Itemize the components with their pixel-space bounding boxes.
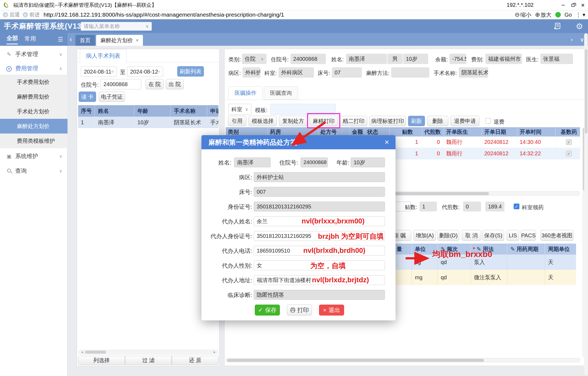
sidebar-item-fee-template[interactable]: 费用类模板维护 [0, 134, 68, 148]
receipt-icon[interactable] [553, 22, 562, 31]
maximize-button[interactable] [568, 2, 578, 9]
dept-pickup-checkbox[interactable]: ✓ [514, 204, 519, 209]
sidebar-group-query[interactable]: 查询 ∨ [0, 165, 67, 177]
patient-360-view-button[interactable]: 360患者视图 [540, 230, 574, 241]
bed-input[interactable]: 007 [254, 187, 385, 197]
sidebar-item-surgery-fee[interactable]: 手术费用划价 [0, 75, 68, 89]
surgery-name-value[interactable]: 阴茎延长术 [459, 67, 488, 78]
tab-anesthesia-prescription[interactable]: 麻醉处方划价 × [96, 35, 143, 46]
scrollbar-thumb[interactable] [85, 351, 106, 354]
window-vscrollbar[interactable] [584, 33, 588, 375]
balance-value[interactable]: -754.5 [449, 54, 466, 64]
base-drug-checkbox[interactable]: ✓ [566, 139, 572, 145]
refund-checkbox[interactable] [485, 118, 491, 124]
in-hospital-button[interactable]: 在 院 [146, 79, 164, 89]
fee-type-value[interactable]: 福建省福州市 [485, 54, 522, 64]
id-number-input[interactable]: 350181201312160295 [254, 202, 385, 211]
dept-value[interactable]: 外科病区 [278, 67, 314, 78]
tab-home[interactable]: 首页 [75, 35, 95, 46]
name-value[interactable]: 南墨泽 [346, 54, 387, 64]
sidebar-group-surgery[interactable]: ✎ 手术管理 ∨ [0, 48, 67, 60]
address-bar[interactable]: http://192.168.122.191:8000/his-ss/app/#… [44, 11, 284, 18]
copy-prescription-button[interactable]: 复制处方 [279, 116, 307, 126]
scroll-right-icon[interactable]: ► [213, 350, 216, 354]
name-input[interactable]: 南墨泽 [234, 157, 271, 167]
psychotropic2-print-button[interactable]: 精二打印 [340, 116, 367, 126]
sex-value[interactable]: 男 [387, 54, 403, 64]
out-hospital-button[interactable]: 出 院 [166, 79, 184, 89]
panel-collapse-icon[interactable]: ‹ [70, 35, 72, 44]
close-button[interactable]: × [578, 2, 587, 9]
pacs-button[interactable]: PACS [521, 230, 536, 241]
dialog-print-button[interactable]: 打印 [287, 305, 312, 316]
ward-input[interactable]: 外科护士站 [254, 172, 385, 182]
dialog-close-icon[interactable]: × [385, 138, 389, 147]
lis-button[interactable]: LIS [507, 230, 519, 241]
doctor-value[interactable]: 张景福 [540, 54, 573, 64]
template-select-button[interactable]: 模板选择 [249, 116, 277, 126]
sidebar-group-cost[interactable]: ¥ 费用管理 ∧ [0, 62, 67, 75]
add-button[interactable]: 增加(A) [414, 230, 436, 241]
tab-close-icon[interactable]: × [136, 38, 139, 43]
scroll-left-icon[interactable]: ◄ [81, 350, 84, 354]
tab-patient-surgery-list[interactable]: 病人手术列表 [80, 49, 127, 62]
patient-table-row[interactable]: 1 南墨泽 10岁 阴茎延长术 手术 [78, 117, 219, 128]
delete-row-button[interactable]: 删除(D) [437, 230, 459, 241]
refund-request-button[interactable]: 退费申请 [451, 116, 479, 126]
tab-order-operate[interactable]: 医嘱操作 [228, 86, 263, 100]
refresh-button[interactable]: 刷新 [408, 116, 425, 126]
admission-value[interactable]: 24000868 [290, 54, 326, 64]
menu-search-input[interactable]: 请输入菜单名称 ∨ [81, 22, 152, 31]
sidebar-item-anesthesia-fee[interactable]: 麻醉费用划价 [0, 89, 68, 104]
column-select-button[interactable]: 列选择 [78, 356, 125, 365]
ward-value[interactable]: 外科护士站 [243, 67, 261, 78]
anesthesia-method-value[interactable] [391, 67, 429, 78]
collapse-menu-icon[interactable]: ☰ [58, 36, 63, 43]
type-select[interactable]: 住院∨ [242, 54, 267, 64]
zoom-out-button[interactable]: ⊖缩小 [515, 11, 531, 19]
pathology-label-print-button[interactable]: 病理标签打印 [369, 116, 406, 126]
delete-button[interactable]: 删除 [427, 116, 448, 126]
go-button[interactable]: Go [565, 12, 572, 18]
base-drug-checkbox[interactable]: ✓ [566, 151, 572, 156]
tab-order-query[interactable]: 医嘱查询 [264, 86, 298, 100]
forward-button[interactable]: ► 前进 [23, 11, 40, 18]
sidebar-item-surgery-prescription[interactable]: 手术处方划价 [0, 104, 68, 119]
tabs-scroll-right-icon[interactable]: › [571, 36, 573, 43]
filter-button[interactable]: 过 滤 [125, 356, 172, 365]
admission-input[interactable]: 24000868 [301, 157, 328, 167]
scrollbar-thumb[interactable] [585, 49, 587, 134]
dialog-exit-button[interactable]: ×退出 [319, 305, 344, 316]
sidebar-tab-all[interactable]: 全部 [7, 34, 18, 44]
tie-count-input[interactable]: 1 [419, 202, 437, 211]
quote-button[interactable]: 引用 [228, 116, 246, 126]
sidebar-tab-common[interactable]: 常用 [24, 35, 36, 44]
age-input[interactable]: 10岁 [351, 157, 385, 167]
dept-select[interactable]: 科室∨ [228, 104, 251, 115]
minimize-button[interactable] [559, 2, 568, 9]
gear-icon[interactable]: ⚙ [576, 22, 583, 31]
back-button[interactable]: ◄ 后退 [3, 11, 20, 18]
read-card-button[interactable]: 读 卡 [79, 92, 96, 102]
bed-value[interactable]: 07 [332, 67, 362, 78]
sidebar-group-system[interactable]: ▣ 系统维护 ∨ [0, 150, 67, 162]
sidebar-item-anesthesia-prescription[interactable]: 麻醉处方划价 [0, 119, 68, 134]
drug-table-hscrollbar[interactable] [226, 358, 580, 362]
cancel-button[interactable]: 取 消 [462, 230, 481, 241]
age-value[interactable]: 10岁 [403, 54, 428, 64]
more-menu-button[interactable]: ⋮ ▾ [575, 11, 585, 18]
save-button[interactable]: 保存(S) [482, 230, 504, 241]
e-certificate-button[interactable]: 电子凭证 [99, 92, 125, 102]
dialog-save-button[interactable]: ✓保存 [255, 305, 280, 316]
date-from-input[interactable]: 2024-08-11 [81, 66, 117, 77]
zoom-in-button[interactable]: ⊕放大 [535, 11, 551, 19]
patient-list-hscrollbar[interactable]: ◄ ► [79, 350, 218, 354]
diagnosis-input[interactable]: 隐匿性阴茎 [254, 290, 385, 300]
admission-no-input[interactable]: 24000868 [100, 79, 141, 89]
tabs-list-icon[interactable]: ∨ [580, 36, 584, 43]
restore-button[interactable]: 还 原 [172, 356, 219, 365]
refresh-list-button[interactable]: 刷新列表 [177, 66, 204, 77]
date-to-input[interactable]: 2024-08-12 [127, 66, 163, 77]
scrollbar-thumb[interactable] [227, 359, 484, 362]
amount-value[interactable]: 189.4 [485, 202, 504, 211]
